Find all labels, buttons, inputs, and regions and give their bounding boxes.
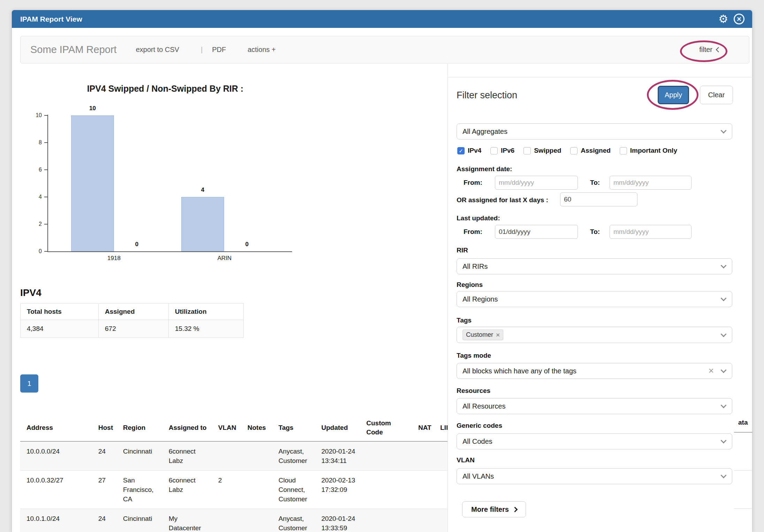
table-body: 10.0.0.0/2424Cincinnati6connect LabzAnyc… (20, 441, 448, 532)
vlan-dropdown[interactable]: All VLANs (457, 468, 732, 484)
table-cell (241, 441, 272, 471)
aggregates-dropdown[interactable]: All Aggregates (457, 123, 732, 139)
updated-to-input[interactable] (610, 225, 692, 239)
table-cell (360, 441, 412, 471)
type-checkbox-row: ✓ IPv4 ✓ IPv6 ✓ Swipped ✓ Assigned ✓ Imp… (457, 147, 677, 154)
table-cell (360, 471, 412, 509)
assignment-to-input[interactable] (610, 176, 692, 190)
clipped-header-fragment: ata (738, 419, 748, 426)
ipam-table: AddressHostRegionAssigned toVLANNotesTag… (20, 415, 448, 532)
table-cell (434, 441, 448, 471)
close-x-glyph: × (737, 15, 741, 24)
filter-toggle-label: filter (699, 46, 712, 54)
rir-dropdown[interactable]: All RIRs (457, 258, 732, 274)
summary-cell: 4,384 (21, 320, 99, 338)
tags-mode-dropdown[interactable]: All blocks which have any of the tags × (457, 363, 732, 379)
chevron-down-icon (721, 367, 727, 373)
summary-header: Utilization (169, 304, 244, 320)
column-header[interactable]: LIR (434, 415, 448, 441)
tags-dropdown[interactable]: Customer × (457, 327, 732, 343)
checkbox-label: IPv4 (468, 147, 481, 154)
table-row[interactable]: 10.0.1.0/2424CincinnatiMy DatacenterAnyc… (20, 509, 448, 532)
checkbox-box[interactable]: ✓ (570, 147, 578, 154)
checkbox-box[interactable]: ✓ (490, 147, 498, 154)
y-tick-mark (44, 197, 47, 197)
table-cell (412, 471, 434, 509)
more-filters-button[interactable]: More filters (462, 501, 526, 517)
clear-selection-icon[interactable]: × (709, 366, 714, 375)
bar-value-label: 0 (115, 241, 158, 248)
filter-toggle[interactable]: filter (699, 46, 720, 54)
chevron-down-icon (721, 472, 727, 478)
filter-label-generic-codes: Generic codes (457, 422, 502, 430)
checkbox-swipped[interactable]: ✓ Swipped (524, 147, 561, 154)
checkbox-box[interactable]: ✓ (457, 147, 465, 154)
close-icon[interactable]: × (734, 14, 744, 24)
table-cell (412, 509, 434, 532)
column-header[interactable]: Address (20, 415, 92, 441)
table-row[interactable]: 10.0.0.32/2727San Francisco, CA6connect … (20, 471, 448, 509)
chip-remove-icon[interactable]: × (496, 332, 500, 338)
from-label: From: (464, 179, 482, 187)
actions-menu[interactable]: actions + (247, 46, 276, 54)
column-header[interactable]: Assigned to (162, 415, 212, 441)
updated-from-input[interactable] (495, 225, 578, 239)
summary-table: Total hosts Assigned Utilization 4,384 6… (20, 303, 244, 338)
chevron-down-icon (721, 295, 727, 301)
table-cell: 2 (212, 471, 241, 509)
generic-codes-dropdown[interactable]: All Codes (457, 433, 732, 449)
column-header[interactable]: Region (117, 415, 162, 441)
apply-button[interactable]: Apply (658, 86, 689, 104)
column-header[interactable]: Custom Code (360, 415, 412, 441)
last-x-days-input[interactable] (560, 192, 637, 206)
table-cell: Cincinnati (117, 509, 162, 532)
checkbox-ipv6[interactable]: ✓ IPv6 (490, 147, 514, 154)
checkbox-box[interactable]: ✓ (620, 147, 627, 154)
dropdown-value: All Aggregates (463, 128, 507, 136)
assignment-from-input[interactable] (495, 176, 578, 190)
table-cell: Cincinnati (117, 441, 162, 471)
resources-dropdown[interactable]: All Resources (457, 398, 732, 414)
filter-label-resources: Resources (457, 387, 490, 395)
table-cell: San Francisco, CA (117, 471, 162, 509)
column-header[interactable]: Updated (315, 415, 360, 441)
y-tick-label: 4 (22, 194, 42, 200)
column-header[interactable]: Host (92, 415, 117, 441)
y-tick-label: 6 (22, 167, 42, 173)
export-csv-link[interactable]: export to CSV (136, 46, 179, 54)
summary-cell: 672 (99, 320, 169, 338)
gear-icon[interactable]: ⚙ (718, 14, 728, 24)
summary-header: Assigned (99, 304, 169, 320)
table-cell: Anycast, Customer (272, 509, 315, 532)
checkbox-important-only[interactable]: ✓ Important Only (620, 147, 677, 154)
filter-label-regions: Regions (457, 281, 483, 289)
last-updated-label: Last updated: (457, 214, 500, 222)
clear-button[interactable]: Clear (700, 86, 733, 104)
export-pdf-link[interactable]: PDF (212, 46, 226, 54)
toolbar-divider: | (201, 46, 203, 54)
column-header[interactable]: VLAN (212, 415, 241, 441)
last-x-days-label: OR assigned for last X days : (457, 196, 548, 204)
chevron-down-icon (721, 438, 727, 443)
report-title: Some IPAM Report (30, 44, 117, 55)
column-header[interactable]: NAT (412, 415, 434, 441)
table-cell: Cloud Connect, Customer (272, 471, 315, 509)
column-header[interactable]: Notes (241, 415, 272, 441)
checkbox-box[interactable]: ✓ (524, 147, 531, 154)
table-row[interactable]: 10.0.0.0/2424Cincinnati6connect LabzAnyc… (20, 441, 448, 471)
checkbox-label: Assigned (581, 147, 611, 154)
filter-label-vlan: VLAN (457, 456, 475, 464)
table-cell: 2020-02-13 17:32:09 (315, 471, 360, 509)
checkbox-ipv4[interactable]: ✓ IPv4 (457, 147, 481, 154)
checkbox-assigned[interactable]: ✓ Assigned (570, 147, 611, 154)
checkbox-label: Important Only (630, 147, 677, 154)
column-header[interactable]: Tags (272, 415, 315, 441)
window-titlebar: IPAM Report View ⚙ × (12, 10, 752, 28)
tag-chip[interactable]: Customer × (463, 329, 503, 340)
y-tick-label: 2 (22, 221, 42, 227)
pagination-page-1[interactable]: 1 (20, 374, 38, 393)
table-cell (434, 509, 448, 532)
regions-dropdown[interactable]: All Regions (457, 291, 732, 307)
rir-bar-chart: IPV4 Swipped / Non-Swipped By RIR : 0 2 … (12, 63, 448, 288)
table-cell: My Datacenter (162, 509, 212, 532)
